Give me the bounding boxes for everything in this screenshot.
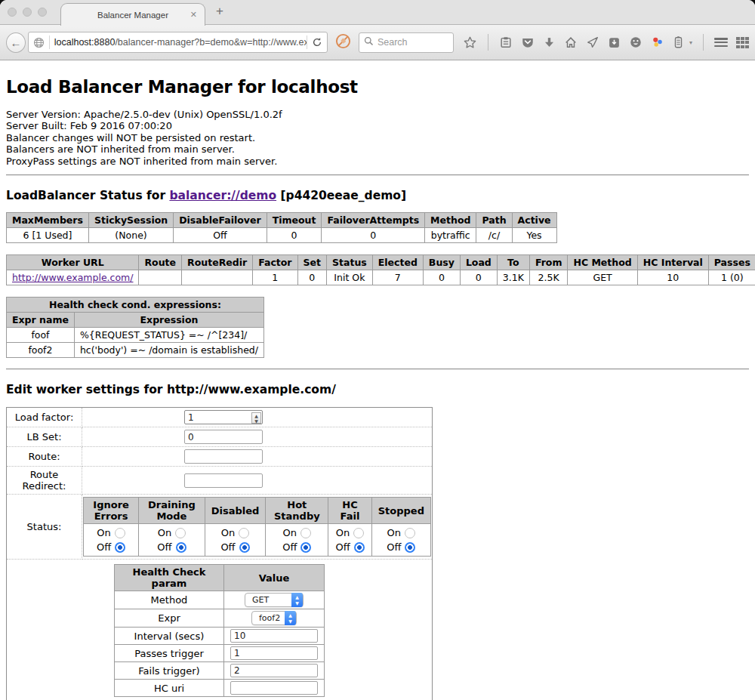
radio-label: On [387,526,401,540]
column-header: Load [460,255,497,270]
smiley-icon[interactable] [629,35,643,49]
route-redirect-input[interactable] [184,473,263,488]
field-label: HC uri [115,680,224,697]
table-row: HC uri [115,680,325,697]
colored-dots-icon[interactable] [651,35,664,49]
content-blocker-icon[interactable] [335,33,351,52]
cell-elected: 7 [372,270,423,285]
field-label: Route Redirect: [7,467,82,495]
select-arrows-icon: ▲▼ [291,593,303,607]
search-icon [364,35,374,49]
stopped-on-radio[interactable] [405,528,415,538]
cell-status: Init Ok [327,270,373,285]
selected-value: foof2 [259,613,280,623]
new-tab-button[interactable]: + [216,4,223,19]
ignore-errors-off-radio[interactable] [115,542,125,553]
zoom-window-button[interactable] [38,8,47,17]
health-check-table: Health Check param Value Method GET▲▼ Ex… [114,564,325,697]
minimize-window-button[interactable] [23,8,32,17]
url-text[interactable]: localhost:8880/balancer-manager?b=demo&w… [50,37,307,48]
passes-input[interactable] [230,646,318,660]
divider [6,174,749,176]
stopped-off-radio[interactable] [405,542,415,553]
method-select[interactable]: GET▲▼ [245,593,304,607]
radio-label: On [158,526,171,540]
reload-button[interactable] [307,32,327,52]
field-label: Fails trigger) [115,662,224,680]
menu-icon[interactable] [714,38,728,47]
page-content: Load Balancer Manager for localhost Serv… [0,60,755,700]
bookmarks-panel-icon[interactable] [499,35,513,49]
ignore-errors-on-radio[interactable] [115,528,125,538]
send-icon[interactable] [586,35,599,49]
radio-label: Off [97,540,111,554]
cell-set: 0 [297,270,326,285]
dropdown-caret-icon[interactable]: ▾ [689,39,692,46]
fails-input[interactable] [230,664,318,677]
column-header: Route [139,255,182,270]
table-row: foof2 hc('body') =~ /domain is establish… [7,343,264,358]
download-icon[interactable] [543,36,556,49]
disabled-off-radio[interactable] [239,542,250,553]
cell-maxmembers: 6 [1 Used] [7,228,89,243]
column-header: Timeout [267,213,322,228]
table-row: Method GET▲▼ [115,591,325,609]
tab-close-icon[interactable]: ✕ [190,10,197,20]
worker-url-link[interactable]: http://www.example.com/ [12,272,133,283]
form-row-load-factor: Load factor: ▲▼ [7,408,433,427]
column-header: MaxMembers [7,213,89,228]
interval-input[interactable] [230,629,318,643]
divider [488,34,488,51]
cell-active: Yes [512,228,556,243]
server-built: Server Built: Feb 9 2016 07:00:20 [6,120,749,131]
table-title: Health check cond. expressions: [7,298,264,313]
square-download-icon[interactable] [608,36,621,49]
column-header: FailoverAttempts [322,213,425,228]
cell-expr-name: foof [7,328,75,343]
column-header: HC Method [568,255,637,270]
hc-fail-on-radio[interactable] [353,528,364,538]
cell-busy: 0 [423,270,460,285]
navigation-toolbar: ← localhost:8880/balancer-manager?b=demo… [0,25,755,60]
column-header: HC Fail [328,498,371,524]
number-spinner[interactable]: ▲▼ [251,412,261,424]
draining-mode-on-radio[interactable] [175,528,186,538]
field-label: Load factor: [7,408,82,427]
table-row: http://www.example.com/ 1 0 Init Ok 7 0 … [7,270,755,285]
site-identity-icon[interactable] [29,32,49,52]
back-button[interactable]: ← [6,32,26,53]
column-header: Health Check param [115,565,224,591]
bookmark-star-icon[interactable] [463,35,477,50]
close-window-button[interactable] [8,8,17,17]
draining-mode-off-radio[interactable] [176,542,186,553]
search-input[interactable] [378,37,445,48]
cell-from: 2.5K [529,270,568,285]
table-row: 6 [1 Used] (None) Off 0 0 bytraffic /c/ … [7,228,557,243]
route-input[interactable] [184,449,263,464]
cell-expression: %{REQUEST_STATUS} =~ /^[234]/ [74,328,263,343]
lb-set-input[interactable] [184,430,263,444]
radio-label: Off [335,540,350,554]
hc-fail-off-radio[interactable] [354,542,365,553]
field-label: Method [115,591,224,609]
page-title: Load Balancer Manager for localhost [6,60,749,97]
radio-label: On [97,526,110,540]
search-bar[interactable] [359,32,454,53]
hot-standby-on-radio[interactable] [300,528,311,538]
column-header: Worker URL [7,255,139,270]
tab-balancer-manager[interactable]: Balancer Manager ✕ [60,3,205,26]
url-bar[interactable]: localhost:8880/balancer-manager?b=demo&w… [28,32,328,53]
browser-window: Balancer Manager ✕ + ← localhost:8880/ba… [0,0,755,700]
home-icon[interactable] [564,35,578,49]
disabled-on-radio[interactable] [239,528,249,538]
battery-icon[interactable] [673,35,684,49]
hc-uri-input[interactable] [230,681,318,695]
radio-label: Off [282,540,297,554]
cell-method: bytraffic [425,228,476,243]
radio-label: On [221,526,235,540]
pocket-icon[interactable] [521,35,535,49]
grid-icon[interactable] [736,37,749,48]
balancer-demo-link[interactable]: balancer://demo [169,189,276,202]
hot-standby-off-radio[interactable] [300,542,311,553]
expr-select[interactable]: foof2▲▼ [251,611,297,625]
